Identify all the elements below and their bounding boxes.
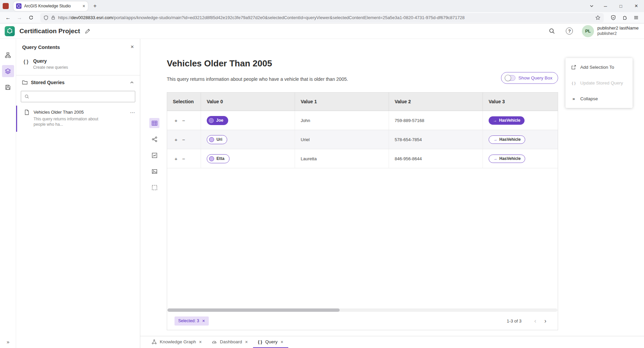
arrow-right-icon: → (493, 156, 497, 161)
add-to-selection-icon[interactable]: + (175, 118, 178, 123)
user-name: publisher2 lastName (597, 25, 639, 31)
cell-value2: 759-889-57168 (389, 111, 483, 130)
table-row[interactable]: + − Etta Lauretta 846-956-8644 → HasVehi… (167, 149, 558, 168)
relationship-pill[interactable]: → HasVehicle (489, 155, 525, 163)
user-info[interactable]: publisher2 lastName publisher2 (597, 25, 639, 37)
entity-pill[interactable]: Uri (207, 135, 227, 144)
extensions-puzzle-icon[interactable] (620, 13, 629, 22)
column-header-value3[interactable]: Value 3 (483, 93, 558, 111)
panel-title: Query Contents (22, 44, 131, 50)
user-avatar[interactable]: PL (582, 25, 594, 37)
bottom-tab-bar: Knowledge Graph × Dashboard × { } Query … (140, 336, 644, 348)
app-icon (3, 3, 9, 9)
window-maximize-button[interactable]: □ (613, 0, 629, 12)
show-query-box-toggle[interactable]: Show Query Box (501, 72, 558, 84)
tab-close-icon[interactable]: × (245, 339, 248, 345)
data-model-hierarchy-icon[interactable] (2, 49, 14, 61)
entity-dot-icon (209, 156, 214, 161)
stored-query-description: This query returns information about peo… (34, 116, 103, 127)
more-options-icon[interactable]: ⋯ (130, 110, 135, 127)
stored-queries-search-input[interactable] (32, 94, 132, 99)
browser-titlebar: ArcGIS Knowledge Studio × + ─ □ × (0, 0, 644, 12)
menu-hamburger-icon[interactable] (631, 13, 641, 22)
link-chart-icon[interactable] (149, 134, 159, 144)
help-icon[interactable]: ? (564, 25, 575, 37)
add-to-selection-icon[interactable]: + (175, 137, 178, 142)
list-all-tabs-icon[interactable] (586, 4, 598, 8)
clear-selection-icon[interactable]: × (202, 318, 205, 324)
expand-rail-icon[interactable]: » (0, 339, 16, 345)
horizontal-scrollbar[interactable] (167, 308, 557, 312)
tracking-protection-shield-icon[interactable] (44, 15, 48, 20)
url-text: https://dev0028833.esri.com/portal/apps/… (58, 15, 593, 20)
cell-value1: Uriel (295, 130, 389, 149)
back-button[interactable]: ← (3, 13, 13, 22)
browser-tab[interactable]: ArcGIS Knowledge Studio × (13, 1, 88, 11)
relationship-pill[interactable]: → HasVehicle (489, 116, 525, 125)
search-icon[interactable] (546, 25, 558, 37)
table-row[interactable]: + − Uri Uriel 578-654-7854 → HasVehicle (167, 130, 558, 149)
new-query-item[interactable]: { } Query Create new queries (16, 55, 140, 75)
account-shield-icon[interactable] (608, 13, 618, 22)
selection-marquee-icon[interactable] (149, 182, 159, 192)
stored-query-item[interactable]: Vehicles Older Than 2005 This query retu… (16, 106, 140, 132)
column-header-value0[interactable]: Value 0 (201, 93, 295, 111)
tab-query[interactable]: { } Query × (253, 336, 289, 348)
column-header-value1[interactable]: Value 1 (295, 93, 389, 111)
stored-queries-search[interactable] (21, 91, 135, 102)
chevron-up-icon[interactable] (130, 80, 134, 84)
tab-close-icon[interactable]: × (281, 339, 283, 345)
menu-item-add-selection-to[interactable]: Add Selection To (565, 59, 633, 75)
tab-close-icon[interactable]: × (83, 3, 85, 9)
save-icon[interactable] (2, 81, 14, 93)
add-to-selection-icon[interactable]: + (175, 156, 178, 162)
arrow-right-icon: → (493, 118, 497, 123)
query-contents-panel: Query Contents × { } Query Create new qu… (16, 39, 140, 348)
next-page-icon[interactable]: › (540, 316, 550, 326)
stored-queries-label: Stored Queries (31, 80, 127, 85)
selected-count-chip[interactable]: Selected: 3 × (175, 316, 209, 326)
lock-icon[interactable] (51, 15, 55, 20)
pagination-info: 1-3 of 3 (507, 318, 522, 324)
remove-from-selection-icon[interactable]: − (182, 137, 185, 142)
table-header: Selection Value 0 Value 1 Value 2 Value … (167, 93, 558, 111)
entity-label: Uri (216, 137, 222, 142)
map-view-icon[interactable] (149, 166, 159, 176)
previous-page-icon: ‹ (530, 316, 540, 326)
contents-layers-icon[interactable] (2, 65, 14, 77)
remove-from-selection-icon[interactable]: − (182, 118, 185, 123)
show-query-box-label: Show Query Box (518, 75, 552, 80)
entity-dot-icon (209, 137, 214, 142)
edit-title-pencil-icon[interactable] (85, 28, 90, 34)
column-header-value2[interactable]: Value 2 (389, 93, 483, 111)
bookmark-star-icon[interactable] (595, 15, 600, 20)
entity-pill[interactable]: Joe (207, 116, 228, 125)
tab-dashboard[interactable]: Dashboard × (207, 336, 253, 348)
entity-pill[interactable]: Etta (207, 154, 230, 163)
toggle-switch[interactable] (505, 75, 515, 81)
app-header: Certification Project ? PL publisher2 la… (0, 23, 644, 39)
scrollbar-thumb[interactable] (167, 308, 340, 312)
reload-button[interactable] (26, 13, 36, 22)
left-icon-rail: » (0, 39, 16, 348)
window-close-button[interactable]: × (629, 0, 644, 12)
menu-item-collapse[interactable]: » Collapse (565, 91, 633, 107)
new-tab-button[interactable]: + (93, 3, 97, 9)
braces-icon: { } (258, 340, 262, 344)
arcgis-knowledge-logo (5, 26, 15, 36)
panel-close-icon[interactable]: × (131, 44, 134, 50)
window-minimize-button[interactable]: ─ (598, 0, 613, 12)
table-view-icon[interactable] (149, 118, 159, 128)
chart-view-icon[interactable] (149, 150, 159, 160)
stored-queries-header[interactable]: Stored Queries (16, 75, 140, 90)
tab-close-icon[interactable]: × (199, 339, 202, 345)
tab-knowledge-graph[interactable]: Knowledge Graph × (147, 336, 207, 348)
relationship-pill[interactable]: → HasVehicle (489, 135, 525, 144)
remove-from-selection-icon[interactable]: − (182, 156, 185, 162)
table-footer: Selected: 3 × 1-3 of 3 ‹ › (167, 312, 558, 330)
column-header-selection[interactable]: Selection (167, 93, 201, 111)
user-username: publisher2 (597, 31, 639, 37)
url-bar[interactable]: https://dev0028833.esri.com/portal/apps/… (40, 13, 604, 22)
table-row[interactable]: + − Joe John 759-889-57168 → HasVehicle (167, 111, 558, 130)
selected-count-label: Selected: 3 (178, 318, 199, 323)
